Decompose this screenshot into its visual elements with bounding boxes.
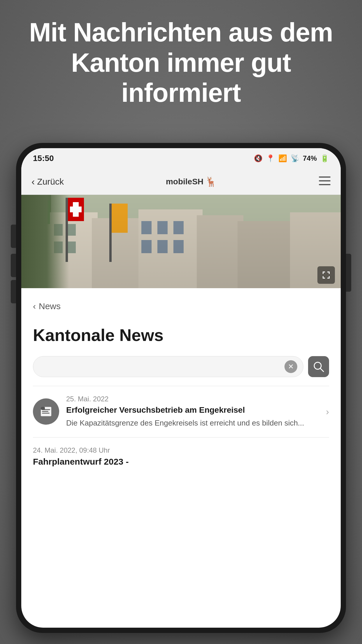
search-clear-button[interactable]: ✕ <box>284 360 297 373</box>
clear-icon: ✕ <box>288 363 294 371</box>
news-item-icon <box>33 398 59 425</box>
news-item-2-date: 24. Mai. 2022, 09:48 Uhr <box>33 446 329 454</box>
fullscreen-button[interactable] <box>317 266 335 284</box>
hero-section: Mit Nachrichten aus dem Kanton immer gut… <box>0 18 362 108</box>
news-list: 25. Mai. 2022 Erfolgreicher Versuchsbetr… <box>33 386 329 470</box>
news-item-chevron-icon: › <box>326 406 329 417</box>
search-button[interactable] <box>308 356 329 377</box>
breadcrumb-label: News <box>39 301 61 311</box>
page-title: Kantonale News <box>33 326 329 344</box>
battery-icon: 🔋 <box>320 154 329 162</box>
image-overlay <box>21 195 341 288</box>
status-time: 15:50 <box>33 154 54 163</box>
status-bar: 15:50 🔇 📍 📶 📡 74% 🔋 <box>21 148 341 169</box>
svg-rect-33 <box>42 411 48 412</box>
phone-outer: 15:50 🔇 📍 📶 📡 74% 🔋 ‹ Zurück mobileSH <box>16 143 346 633</box>
sound-off-icon: 🔇 <box>254 154 263 162</box>
signal-icon: 📡 <box>291 154 299 162</box>
location-icon: 📍 <box>266 154 275 162</box>
menu-button[interactable] <box>319 176 331 187</box>
breadcrumb[interactable]: ‹ News <box>33 295 329 317</box>
breadcrumb-chevron-icon: ‹ <box>33 301 36 311</box>
wifi-icon: 📶 <box>278 154 287 162</box>
svg-rect-34 <box>42 413 50 414</box>
phone-frame: 15:50 🔇 📍 📶 📡 74% 🔋 ‹ Zurück mobileSH <box>16 143 346 644</box>
search-input-wrap[interactable]: ✕ <box>33 356 303 377</box>
app-logo: mobileSH 🦌 <box>166 176 217 187</box>
content-area: ‹ News Kantonale News ✕ <box>21 288 341 470</box>
svg-rect-35 <box>41 407 45 410</box>
news-item-title: Erfolgreicher Versuchsbetrieb am Engekre… <box>66 405 319 415</box>
status-icons: 🔇 📍 📶 📡 74% 🔋 <box>254 154 329 162</box>
hero-headline: Mit Nachrichten aus dem Kanton immer gut… <box>17 18 345 108</box>
news-item-2-title: Fahrplanentwurf 2023 - <box>33 457 329 467</box>
svg-rect-1 <box>319 180 331 181</box>
news-item-excerpt: Die Kapazitätsgrenze des Engekreisels is… <box>66 418 319 428</box>
back-button[interactable]: ‹ Zurück <box>31 176 64 187</box>
news-item-date: 25. Mai. 2022 <box>66 395 319 403</box>
city-hero-image <box>21 195 341 288</box>
battery-indicator: 74% <box>303 154 317 162</box>
back-chevron-icon: ‹ <box>31 176 35 187</box>
news-item[interactable]: 25. Mai. 2022 Erfolgreicher Versuchsbetr… <box>33 386 329 438</box>
logo-animal-icon: 🦌 <box>205 176 217 187</box>
news-item-content: 25. Mai. 2022 Erfolgreicher Versuchsbetr… <box>66 395 319 428</box>
logo-text: mobileSH <box>166 177 203 186</box>
navigation-bar: ‹ Zurück mobileSH 🦌 <box>21 169 341 195</box>
svg-rect-2 <box>319 184 331 185</box>
svg-line-30 <box>320 368 324 372</box>
back-label: Zurück <box>37 177 64 187</box>
phone-inner: 15:50 🔇 📍 📶 📡 74% 🔋 ‹ Zurück mobileSH <box>21 148 341 628</box>
search-row: ✕ <box>33 356 329 377</box>
news-item-partial[interactable]: 24. Mai. 2022, 09:48 Uhr Fahrplanentwurf… <box>33 438 329 470</box>
svg-rect-0 <box>319 176 331 178</box>
